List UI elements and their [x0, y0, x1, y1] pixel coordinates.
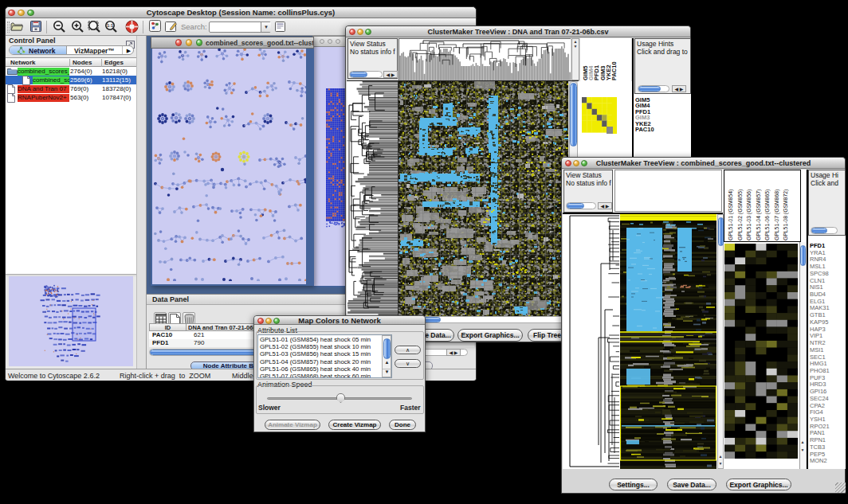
svg-text:1:1: 1:1	[107, 23, 113, 28]
